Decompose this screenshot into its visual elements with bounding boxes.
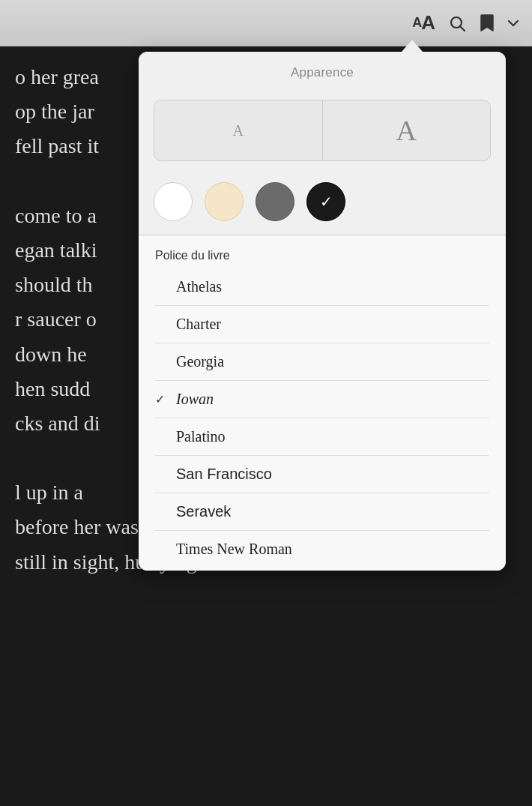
font-item-palatino[interactable]: Palatino [139, 418, 506, 455]
font-size-small-a: A [233, 122, 244, 139]
seravek-label: Seravek [176, 503, 489, 520]
georgia-label: Georgia [176, 353, 489, 370]
font-size-section: A A [139, 91, 506, 172]
theme-gray-button[interactable] [256, 182, 294, 221]
times-label: Times New Roman [176, 541, 489, 558]
font-item-charter[interactable]: Charter [139, 306, 506, 343]
charter-label: Charter [176, 316, 489, 333]
iowan-label: Iowan [176, 391, 489, 408]
athelas-label: Athelas [176, 278, 489, 295]
theme-black-button[interactable]: ✓ [306, 182, 345, 221]
theme-selected-checkmark: ✓ [320, 193, 333, 211]
font-item-iowan[interactable]: ✓ Iowan [139, 381, 506, 418]
font-large-label: A [421, 11, 435, 34]
search-icon[interactable] [448, 14, 466, 32]
font-item-times-new-roman[interactable]: Times New Roman [139, 531, 506, 568]
font-size-controls: A A [154, 100, 491, 161]
font-item-seravek[interactable]: Seravek [139, 493, 506, 530]
font-small-label: A [412, 15, 421, 31]
svg-line-1 [461, 26, 465, 31]
font-item-athelas[interactable]: Athelas [139, 268, 506, 305]
font-item-georgia[interactable]: Georgia [139, 343, 506, 380]
palatino-label: Palatino [176, 428, 489, 445]
font-item-san-francisco[interactable]: San Francisco [139, 456, 506, 493]
font-size-large-a: A [396, 114, 417, 147]
popup-arrow [402, 40, 423, 52]
bookmark-icon[interactable] [480, 13, 495, 33]
iowan-check: ✓ [155, 392, 176, 406]
font-size-increase-button[interactable]: A [323, 100, 491, 160]
theme-white-button[interactable] [154, 182, 193, 221]
theme-sepia-button[interactable] [205, 182, 244, 221]
font-size-decrease-button[interactable]: A [154, 100, 323, 160]
appearance-popup: Apparence A A ✓ Police du livre Athelas [139, 52, 506, 571]
san-francisco-label: San Francisco [176, 466, 489, 483]
font-size-icon[interactable]: AA [412, 11, 435, 34]
font-list-label: Police du livre [139, 238, 506, 268]
chevron-down-icon[interactable] [508, 19, 519, 27]
theme-section: ✓ [139, 172, 506, 235]
popup-title: Apparence [139, 52, 506, 91]
font-list-section: Police du livre Athelas Charter Georgia … [139, 235, 506, 571]
toolbar: AA [0, 0, 532, 46]
